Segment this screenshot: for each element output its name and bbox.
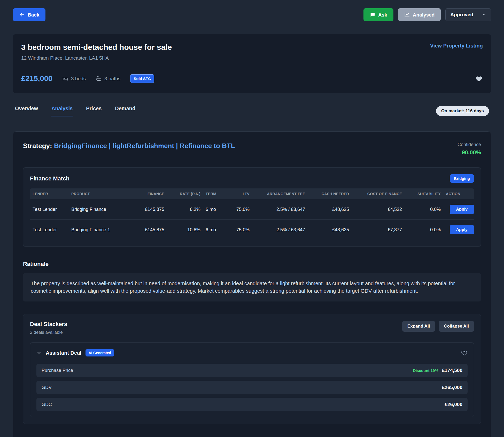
status-select-value: Approved (450, 12, 473, 18)
cell-suitability: 0.0% (405, 201, 443, 218)
col-product: PRODUCT (69, 188, 128, 199)
cell-lender: Test Lender (30, 201, 69, 218)
col-action: ACTION (443, 188, 474, 199)
deal-stackers-title: Deal Stackers (30, 321, 67, 328)
property-address: 12 Windham Place, Lancaster, LA1 5HA (21, 55, 483, 61)
beds-label: 3 beds (71, 76, 86, 82)
confidence-label: Confidence (458, 142, 481, 147)
confidence-value: 90.00% (458, 149, 481, 156)
chart-icon (404, 12, 410, 18)
favorite-button[interactable] (475, 75, 483, 82)
back-label: Back (28, 12, 39, 17)
finance-match-card: Finance Match Bridging LENDER PRODUCT FI… (23, 167, 481, 247)
price-row: £215,000 3 beds 3 baths Sold STC (21, 74, 483, 83)
back-button[interactable]: Back (13, 8, 45, 21)
deal-stackers-card: Deal Stackers 2 deals available Expand A… (23, 314, 481, 424)
col-suitability: SUITABILITY (405, 188, 443, 199)
col-cash: CASH NEEDED (308, 188, 352, 199)
deal-row-value: £174,500 (442, 368, 462, 373)
cell-term: 6 mo (203, 222, 228, 238)
baths-label: 3 baths (104, 76, 120, 82)
ask-label: Ask (378, 12, 387, 17)
cell-cash: £48,625 (308, 222, 352, 238)
col-rate: RATE (P.A.) (167, 188, 203, 199)
deal-row-gdc: GDC £26,000 (36, 398, 468, 411)
col-ltv: LTV (228, 188, 252, 199)
cell-finance: £145,875 (128, 201, 167, 218)
cell-ltv: 75.0% (228, 201, 252, 218)
strategy-value: BridgingFinance | lightRefurbishment | R… (54, 142, 235, 150)
bath-icon (96, 76, 102, 82)
baths-feature: 3 baths (96, 76, 120, 82)
cell-rate: 10.8% (167, 222, 203, 238)
heart-icon (475, 75, 483, 82)
tab-analysis[interactable]: Analysis (51, 106, 73, 116)
property-header-card: 3 bedroom semi-detached house for sale V… (13, 34, 491, 93)
cell-lender: Test Lender (30, 222, 69, 238)
deal-favorite-button[interactable] (461, 350, 468, 356)
analysis-card: Strategy: BridgingFinance | lightRefurbi… (13, 131, 491, 437)
deal-row-label: GDC (42, 402, 52, 407)
cell-ltv: 75.0% (228, 222, 252, 238)
property-title: 3 bedroom semi-detached house for sale (21, 43, 172, 52)
cell-term: 6 mo (203, 201, 228, 218)
table-row: Test Lender Bridging Finance £145,875 6.… (30, 199, 474, 220)
table-row: Test Lender Bridging Finance 1 £145,875 … (30, 220, 474, 240)
apply-button[interactable]: Apply (450, 225, 474, 234)
analysed-button[interactable]: Analysed (398, 8, 441, 21)
status-badge: Sold STC (130, 74, 154, 83)
cell-finance: £145,875 (128, 222, 167, 238)
deal-rows: Purchase Price Discount 19% £174,500 GDV… (36, 364, 468, 411)
cell-rate: 6.2% (167, 201, 203, 218)
expand-all-button[interactable]: Expand All (402, 321, 435, 332)
col-term: TERM (203, 188, 228, 199)
deal-row-label: GDV (42, 385, 52, 390)
cell-product: Bridging Finance 1 (69, 222, 128, 238)
finance-table-header: LENDER PRODUCT FINANCE RATE (P.A.) TERM … (30, 188, 474, 199)
ask-button[interactable]: Ask (363, 8, 393, 21)
rationale-text: The property is described as well-mainta… (23, 273, 481, 301)
deal-collapse-toggle[interactable] (36, 350, 42, 355)
tabs-row: Overview Analysis Prices Demand On marke… (13, 106, 491, 116)
deal-row-label: Purchase Price (42, 368, 73, 373)
col-fee: ARRANGEMENT FEE (252, 188, 308, 199)
chevron-down-icon (36, 350, 42, 355)
apply-button[interactable]: Apply (450, 205, 474, 214)
arrow-left-icon (19, 12, 25, 18)
heart-outline-icon (461, 350, 468, 356)
bed-icon (62, 76, 68, 82)
strategy-row: Strategy: BridgingFinance | lightRefurbi… (23, 142, 481, 156)
status-select[interactable]: Approved (445, 8, 491, 21)
col-lender: LENDER (30, 188, 69, 199)
cell-cost: £4,522 (352, 201, 405, 218)
deal-row-value: £265,000 (442, 385, 462, 390)
deal-title: Assistant Deal (46, 350, 81, 356)
tab-overview[interactable]: Overview (15, 106, 38, 116)
col-finance: FINANCE (128, 188, 167, 199)
confidence-block: Confidence 90.00% (458, 142, 481, 156)
tab-prices[interactable]: Prices (86, 106, 102, 116)
on-market-badge: On market: 116 days (436, 106, 489, 116)
strategy-label: Strategy: (23, 142, 52, 150)
col-cost: COST OF FINANCE (352, 188, 405, 199)
cell-cash: £48,625 (308, 201, 352, 218)
top-bar: Back Ask Analysed Approved (13, 8, 491, 21)
cell-fee: 2.5% / £3,647 (252, 201, 308, 218)
collapse-all-button[interactable]: Collapse All (439, 321, 474, 332)
topbar-actions: Ask Analysed Approved (363, 8, 491, 21)
cell-product: Bridging Finance (69, 201, 128, 218)
page: Back Ask Analysed Approved (0, 0, 504, 437)
beds-feature: 3 beds (62, 76, 86, 82)
view-listing-link[interactable]: View Property Listing (430, 43, 483, 49)
deal-row-value: £26,000 (445, 402, 462, 407)
bridging-badge: Bridging (450, 174, 474, 183)
tab-demand[interactable]: Demand (115, 106, 135, 116)
assistant-deal-card: Assistant Deal AI Generated Purchase Pri… (30, 342, 474, 417)
cell-suitability: 0.0% (405, 222, 443, 238)
ai-generated-badge: AI Generated (86, 349, 114, 356)
deal-row-gdv: GDV £265,000 (36, 381, 468, 394)
cell-fee: 2.5% / £3,647 (252, 222, 308, 238)
chevron-down-icon (482, 13, 486, 17)
tabs: Overview Analysis Prices Demand (15, 106, 135, 116)
property-price: £215,000 (21, 74, 52, 83)
